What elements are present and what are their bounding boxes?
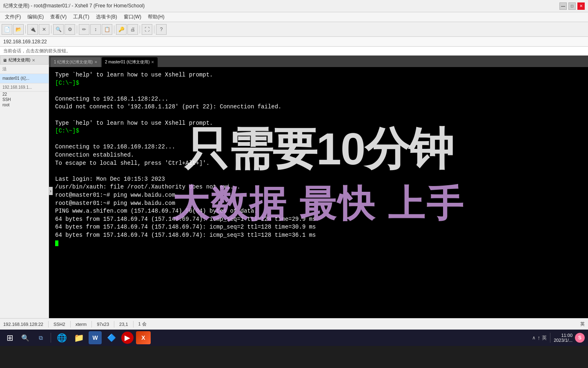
taskbar: ⊞ 🔍 ⧉ 🌐 📁 W 🔷 ▶ X ∧ ↑ 英 11:00 2023/1/...… [0, 330, 588, 346]
toolbar-search[interactable]: 🔍 [53, 24, 64, 35]
tray-language[interactable]: 英 [542, 334, 547, 341]
sidebar-tab-icon: 🖥 [3, 58, 7, 63]
toolbar-key[interactable]: 🔑 [116, 24, 127, 35]
menu-view[interactable]: 查看(V) [47, 13, 70, 21]
terminal-line-15: /usr/bin/xauth: file /root/.Xauthority d… [55, 183, 582, 191]
toolbar-transfer[interactable]: ↕ [90, 24, 101, 35]
hint-text: 当前会话，点击左侧的箭头按钮。 [3, 48, 71, 54]
main-layout: 🖥 纪博文使用) ✕ 活 master01 (纪... 192.168.169.… [0, 56, 588, 318]
terminal[interactable]: Type `help' to learn how to use Xshell p… [49, 67, 588, 318]
terminal-line-6 [55, 111, 582, 119]
tab-2-label: 2 master01 (纪博文使用) [105, 59, 149, 65]
terminal-line-8: [C:\~]$ [55, 127, 582, 135]
toolbar-open[interactable]: 📂 [13, 24, 24, 35]
session-port: 22 [0, 92, 49, 97]
terminal-line-19: 64 bytes from 157.148.69.74 (157.148.69.… [55, 215, 582, 224]
session-item-ip[interactable]: 192.168.169.1... [0, 83, 49, 92]
bili-icon[interactable]: S [575, 333, 585, 343]
xshell-app[interactable]: X [136, 331, 151, 344]
sidebar-tab[interactable]: 🖥 纪博文使用) ✕ [0, 56, 49, 65]
word-app[interactable]: W [89, 331, 102, 344]
tab-2[interactable]: 2 master01 (纪博文使用) ✕ [102, 57, 158, 67]
tab-1-close[interactable]: ✕ [94, 60, 98, 64]
status-cursor: 23,1 [119, 322, 128, 327]
address-bar: 192.168.169.128:22 [0, 37, 588, 47]
terminal-line-7: Type `help' to learn how to use Xshell p… [55, 119, 582, 128]
minimize-button[interactable]: — [559, 2, 567, 10]
close-button[interactable]: ✕ [577, 2, 585, 10]
clock-time: 11:00 [554, 333, 572, 338]
sidebar-sessions: 活 master01 (纪... 192.168.169.1... 22 SSH… [0, 65, 49, 318]
taskview-button[interactable]: ⧉ [34, 331, 47, 344]
menu-help[interactable]: 帮助(H) [145, 13, 168, 21]
status-sessions: 1 会 [138, 321, 147, 327]
maximize-button[interactable]: □ [568, 2, 576, 10]
toolbar-settings[interactable]: ⚙ [65, 24, 75, 35]
tab-2-close[interactable]: ✕ [151, 60, 154, 64]
window-controls: — □ ✕ [559, 2, 585, 10]
video-app[interactable]: ▶ [121, 332, 134, 344]
start-button[interactable]: ⊞ [3, 331, 16, 344]
status-sep-1 [48, 321, 49, 328]
tray-network[interactable]: ↑ [537, 334, 540, 341]
toolbar-compose[interactable]: ✏ [79, 24, 89, 35]
terminal-line-5: Could not connect to '192.168.1.128' (po… [55, 103, 582, 111]
terminal-line-13 [55, 167, 582, 175]
toolbar-sep-6 [154, 25, 154, 34]
tab-1-label: 1 纪博文(纪博文使用) [54, 59, 93, 65]
tab-bar: 1 纪博文(纪博文使用) ✕ 2 master01 (纪博文使用) ✕ [49, 56, 588, 67]
terminal-line-9 [55, 135, 582, 144]
toolbar-sftp[interactable]: 📋 [102, 24, 112, 35]
toolbar-sep-3 [77, 25, 77, 34]
status-terminal: xterm [76, 322, 87, 327]
toolbar-disconnect[interactable]: ✕ [39, 24, 49, 35]
terminal-cursor [55, 240, 58, 246]
menu-window[interactable]: 窗口(W) [120, 13, 145, 21]
terminal-line-14: Last login: Mon Dec 10:15:3 2023 [55, 175, 582, 184]
status-bar: 192.168.169.128:22 SSH2 xterm 97x23 23,1… [0, 318, 588, 330]
toolbar-connect[interactable]: 🔌 [27, 24, 38, 35]
menu-tabs[interactable]: 选项卡(B) [93, 13, 120, 21]
status-sep-3 [91, 321, 92, 328]
xshell-icon-label: X [141, 334, 145, 341]
tray-icons: ∧ ↑ 英 [532, 334, 547, 341]
terminal-line-4: Connecting to 192.168.1.128:22... [55, 95, 582, 103]
sidebar-close-icon[interactable]: ✕ [32, 58, 35, 63]
status-size: 97x23 [97, 322, 109, 327]
tray-chevron[interactable]: ∧ [532, 335, 536, 341]
toolbar-fullscreen[interactable]: ⛶ [142, 24, 152, 35]
terminal-line-3 [55, 87, 582, 95]
toolbar-new[interactable]: 📄 [2, 24, 12, 35]
address-text: 192.168.169.128:22 [3, 39, 47, 45]
toolbar-sep-4 [114, 25, 114, 34]
terminal-line-21: 64 bytes from 157.148.69.74 (157.148.69.… [55, 231, 582, 240]
toolbar-sep-5 [140, 25, 140, 34]
clock-date: 2023/1/... [554, 338, 572, 343]
status-connection: 192.168.169.128:22 [3, 322, 43, 327]
session-item-active[interactable]: 活 [0, 65, 49, 74]
terminal-line-18: PING www.a.shifen.com (157.148.69.74) 56… [55, 207, 582, 215]
taskbar-time[interactable]: 11:00 2023/1/... [554, 333, 572, 343]
window-title: 纪博文使用) - root@master01:/ - Xshell 7 (Fre… [3, 2, 145, 9]
terminal-wrapper: 1 纪博文(纪博文使用) ✕ 2 master01 (纪博文使用) ✕ Type… [49, 56, 588, 318]
menu-file[interactable]: 文件(F) [2, 13, 24, 21]
browser2-app[interactable]: 🔷 [104, 331, 119, 344]
toolbar-sep-2 [51, 25, 51, 34]
toolbar-help[interactable]: ? [156, 24, 167, 35]
edge-app[interactable]: 🌐 [54, 331, 69, 344]
menu-edit[interactable]: 编辑(E) [24, 13, 47, 21]
session-proto: SSH [0, 97, 49, 102]
session-item-master01[interactable]: master01 (纪... [0, 74, 49, 83]
terminal-line-12: To escape to local shell, press 'Ctrl+Al… [55, 159, 582, 168]
menu-tools[interactable]: 工具(T) [70, 13, 92, 21]
toolbar: 📄 📂 🔌 ✕ 🔍 ⚙ ✏ ↕ 📋 🔑 🖨 ⛶ ? [0, 22, 588, 37]
tab-1[interactable]: 1 纪博文(纪博文使用) ✕ [51, 57, 101, 67]
title-bar: 纪博文使用) - root@master01:/ - Xshell 7 (Fre… [0, 0, 588, 12]
toolbar-print[interactable]: 🖨 [127, 24, 138, 35]
explorer-app[interactable]: 📁 [71, 331, 86, 344]
status-sep-4 [114, 321, 114, 328]
status-right: 英 [580, 321, 585, 327]
sidebar-toggle-arrow[interactable]: › [49, 187, 53, 195]
search-button[interactable]: 🔍 [19, 331, 32, 344]
terminal-line-10: Connecting to 192.168.169.128:22... [55, 143, 582, 151]
